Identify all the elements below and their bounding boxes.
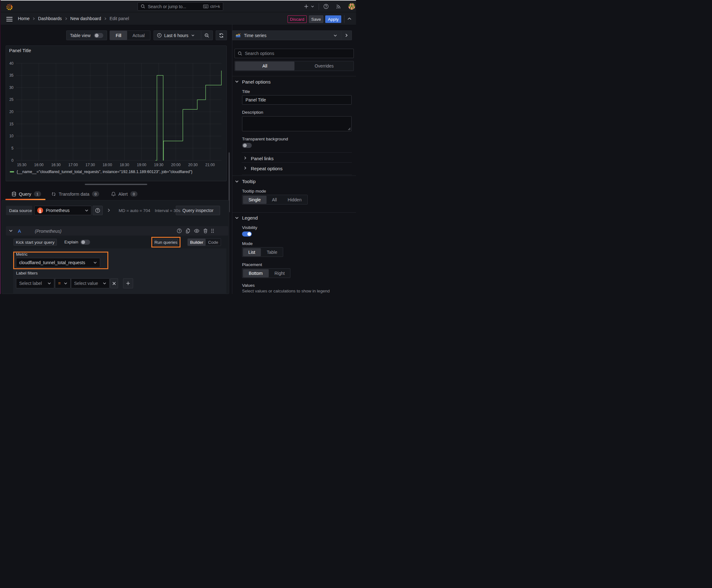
kickstart-button[interactable]: Kick start your query <box>14 239 57 246</box>
tooltip-chevron-icon[interactable] <box>235 180 239 184</box>
placement-right[interactable]: Right <box>269 269 290 278</box>
prometheus-icon <box>37 207 43 214</box>
section-divider <box>232 76 356 76</box>
viz-name: Time series <box>244 33 266 38</box>
search-input[interactable]: Search or jump to... ctrl+k <box>137 2 223 11</box>
tooltip-mode-hidden[interactable]: Hidden <box>282 195 307 204</box>
remove-filter-button[interactable] <box>110 278 118 288</box>
help-icon[interactable] <box>322 2 330 10</box>
tab-alert-count: 0 <box>130 191 137 197</box>
query-inspector-button[interactable]: Query inspector <box>176 206 220 215</box>
breadcrumb-dashboards[interactable]: Dashboards <box>38 16 62 21</box>
viz-picker[interactable]: Time series <box>232 30 352 40</box>
tab-overrides[interactable]: Overrides <box>295 61 353 71</box>
timeseries-viz-icon <box>235 33 241 38</box>
options-search-icon <box>238 51 242 56</box>
annotation-run-queries <box>151 237 180 248</box>
trash-icon[interactable] <box>203 228 208 233</box>
zoom-out-button[interactable] <box>201 33 213 38</box>
add-filter-button[interactable] <box>123 278 133 288</box>
tooltip-mode-single[interactable]: Single <box>243 196 266 204</box>
window-left-edge <box>0 0 1 294</box>
description-textarea[interactable] <box>242 116 352 131</box>
placement-bottom[interactable]: Bottom <box>243 269 269 277</box>
query-ref-id[interactable]: A <box>18 228 21 234</box>
discard-button[interactable]: Discard <box>287 15 307 23</box>
legend-header[interactable]: Legend <box>242 215 258 220</box>
repeat-options-header[interactable]: Repeat options <box>251 166 283 171</box>
tab-transform-count: 0 <box>92 191 99 197</box>
tab-query[interactable]: Query 1 <box>12 191 41 197</box>
viz-expand-button[interactable] <box>341 33 352 37</box>
query-help-icon[interactable] <box>177 228 182 233</box>
select-label-dropdown[interactable]: Select label <box>16 278 54 288</box>
tab-alert[interactable]: Alert 0 <box>111 191 137 197</box>
tab-transform[interactable]: Transform data 0 <box>51 191 99 197</box>
fill-option[interactable]: Fill <box>110 31 127 40</box>
tooltip-header[interactable]: Tooltip <box>242 179 256 184</box>
apply-button[interactable]: Apply <box>325 15 341 23</box>
news-rss-icon[interactable] <box>335 2 342 10</box>
panel-title: Panel Title <box>9 48 31 53</box>
explain-toggle[interactable] <box>80 240 90 245</box>
svg-text:15: 15 <box>9 122 14 126</box>
operator-dropdown[interactable]: = <box>55 278 71 288</box>
datasource-chevron-down-icon <box>85 209 88 212</box>
search-shortcut: ctrl+k <box>210 4 220 9</box>
resize-drag-handle[interactable] <box>85 184 147 185</box>
chart-legend[interactable]: {__name__="cloudflared_tunnel_total_requ… <box>10 170 192 174</box>
avatar[interactable] <box>348 3 355 10</box>
drag-grip-icon[interactable] <box>211 228 214 233</box>
breadcrumb-sep-icon <box>33 17 35 20</box>
svg-text:10: 10 <box>9 134 14 138</box>
save-button[interactable]: Save <box>309 15 323 23</box>
tooltip-mode-all[interactable]: All <box>267 195 282 204</box>
builder-option[interactable]: Builder <box>188 239 206 246</box>
datasource-expand-chevron-icon[interactable] <box>107 208 111 212</box>
svg-text:21:00: 21:00 <box>205 163 215 167</box>
svg-text:20:00: 20:00 <box>171 163 180 167</box>
select-value-placeholder: Select value <box>74 281 98 286</box>
actual-option[interactable]: Actual <box>127 31 150 40</box>
legend-marker <box>10 171 14 172</box>
panel-options-chevron-icon[interactable] <box>235 80 239 84</box>
time-range-picker[interactable]: Last 6 hours <box>154 33 201 38</box>
datasource-select[interactable]: Prometheus <box>34 206 91 215</box>
select-value-dropdown[interactable]: Select value <box>71 278 110 288</box>
transparent-toggle[interactable] <box>242 143 252 148</box>
breadcrumb: Home Dashboards New dashboard Edit panel <box>18 12 129 25</box>
svg-text:18:30: 18:30 <box>120 163 129 167</box>
breadcrumb-new-dashboard[interactable]: New dashboard <box>70 16 101 21</box>
svg-text:17:00: 17:00 <box>68 163 78 167</box>
stats-interval: Interval = 30s <box>155 208 180 213</box>
section-divider <box>232 212 356 213</box>
add-button[interactable] <box>302 2 310 10</box>
tab-all[interactable]: All <box>235 62 295 70</box>
panel-options-header[interactable]: Panel options <box>242 79 271 84</box>
datasource-help-button[interactable] <box>93 206 103 215</box>
panel-preview[interactable]: Panel Title 051015202530354015:3016:0016… <box>6 45 226 181</box>
collapse-chevron-up-icon[interactable] <box>347 16 352 21</box>
title-input[interactable]: Panel Title <box>242 95 352 105</box>
eye-icon[interactable] <box>194 229 199 233</box>
legend-mode-list[interactable]: List <box>243 248 261 256</box>
breadcrumb-home[interactable]: Home <box>18 16 29 21</box>
inset-divider <box>242 162 352 163</box>
visibility-toggle[interactable] <box>242 231 252 236</box>
duplicate-icon[interactable] <box>186 228 190 233</box>
values-label: Values <box>242 283 255 288</box>
tab-alert-label: Alert <box>118 192 128 197</box>
query-row-chevron-down-icon[interactable] <box>9 229 13 233</box>
table-view-toggle[interactable] <box>94 33 103 38</box>
legend-mode-table[interactable]: Table <box>261 248 283 257</box>
legend-mode-group: List Table <box>242 247 283 257</box>
menu-toggle[interactable] <box>6 17 13 22</box>
refresh-button[interactable] <box>216 30 227 40</box>
options-search-input[interactable]: Search options <box>235 49 354 58</box>
add-chevron-down-icon[interactable] <box>310 2 315 10</box>
code-option[interactable]: Code <box>206 239 221 246</box>
panel-links-header[interactable]: Panel links <box>251 156 274 161</box>
legend-chevron-icon[interactable] <box>235 216 239 220</box>
grafana-logo[interactable] <box>6 3 13 11</box>
table-view-toggle-group[interactable]: Table view <box>66 30 107 40</box>
